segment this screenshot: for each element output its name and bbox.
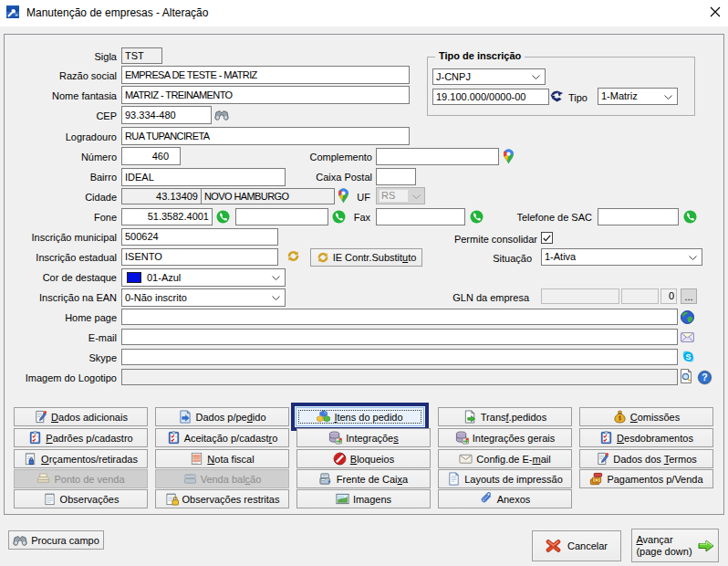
svg-text:S: S: [685, 352, 691, 362]
svg-text:?: ?: [702, 372, 707, 383]
